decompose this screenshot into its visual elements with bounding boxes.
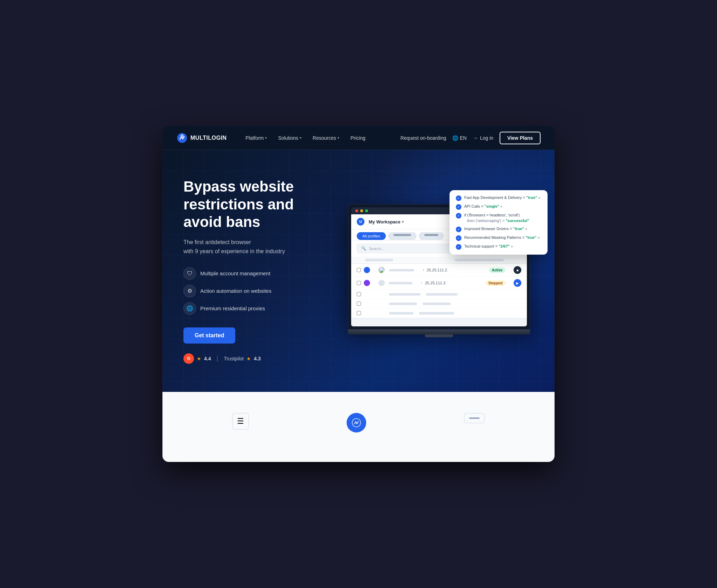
row-name-placeholder	[389, 282, 412, 284]
g2-rating: G ★ 4.4	[183, 353, 211, 364]
search-icon: 🔍	[361, 246, 366, 251]
proxy-icon: 🌐	[183, 302, 196, 315]
row-placeholder	[389, 303, 417, 305]
hero-content: Bypass website restrictions and avoid ba…	[162, 150, 555, 392]
ip-address-1: 25.25.111.2	[427, 268, 458, 272]
col-header-2	[455, 259, 483, 261]
popup-row-6: ✓ Technical support = "24/7" »	[456, 244, 541, 250]
laptop-base	[348, 330, 530, 334]
row-name-placeholder	[389, 269, 414, 271]
action-button-1[interactable]: ■	[514, 266, 521, 274]
avatar-img	[378, 267, 385, 273]
popup-row-5: ✓ Recommended Masking Patterns = "true" …	[456, 235, 541, 241]
row-placeholder	[389, 293, 420, 296]
get-started-button[interactable]: Get started	[183, 327, 235, 344]
chevron-down-icon: ▾	[300, 136, 301, 140]
row-placeholder	[389, 312, 413, 314]
feature-list: 🛡 Multiple account management ⚙ Action a…	[183, 267, 330, 315]
avatar	[364, 280, 370, 286]
g2-score: 4.4	[204, 356, 211, 361]
g2-badge: G	[183, 353, 194, 364]
nav-platform[interactable]: Platform ▾	[241, 132, 272, 144]
nav-solutions[interactable]: Solutions ▾	[273, 132, 306, 144]
logo[interactable]: MULTILOGIN	[176, 132, 227, 144]
language-selector[interactable]: 🌐 EN	[452, 135, 466, 141]
status-badge-stopped: Stopped	[486, 281, 505, 286]
table-row: ↑ 25.25.111.2 Active ■	[351, 264, 527, 277]
navbar: MULTILOGIN Platform ▾ Solutions ▾ Resour…	[162, 126, 555, 150]
trustpilot-score: 4.3	[254, 356, 260, 361]
popup-row-4: ✓ Improved Browser Drivers = "true" »	[456, 226, 541, 232]
row-checkbox[interactable]	[357, 268, 361, 272]
tab-placeholder-1[interactable]	[388, 232, 417, 240]
check-icon: ✓	[456, 227, 461, 232]
popup-row-1: ✓ Fast App Development & Delivery = "tru…	[456, 195, 541, 201]
table-row	[351, 299, 527, 309]
avatar	[364, 267, 370, 273]
table-header	[351, 257, 527, 264]
status-badge-active: Active	[489, 268, 505, 273]
nav-pricing[interactable]: Pricing	[346, 132, 370, 144]
rating-divider: |	[216, 355, 218, 362]
hero-right: M My Workspace ▾ All profiles	[344, 197, 534, 344]
hero-title: Bypass website restrictions and avoid ba…	[183, 178, 330, 231]
login-icon: →	[473, 135, 478, 141]
feature-item-1: 🛡 Multiple account management	[183, 267, 330, 280]
row-placeholder	[419, 312, 454, 314]
bottom-icon-box-1: ☰	[232, 413, 249, 430]
row-checkbox[interactable]	[357, 292, 361, 296]
tab-all-profiles[interactable]: All profiles	[357, 232, 386, 240]
table-row	[351, 290, 527, 299]
hero-section: Bypass website restrictions and avoid ba…	[162, 150, 555, 392]
nav-right: Request on-boarding 🌐 EN → Log in View P…	[401, 132, 541, 144]
table-row: ↑ 25.25.111.3 Stopped ▶	[351, 277, 527, 290]
bottom-icon-box-2	[464, 413, 485, 423]
hero-subtitle: The first antidetect browserwith 9 years…	[183, 238, 330, 256]
feature-item-2: ⚙ Action automation on websites	[183, 285, 330, 297]
trustpilot-rating: Trustpilot ★ 4.3	[224, 356, 261, 361]
bottom-section: ☰	[162, 392, 555, 462]
check-icon: ✓	[456, 213, 461, 219]
check-icon: ✓	[456, 235, 461, 241]
workspace-label: My Workspace ▾	[369, 219, 404, 224]
row-checkbox[interactable]	[357, 311, 361, 315]
laptop-stand	[425, 334, 453, 337]
app-logo-small: M	[357, 218, 364, 226]
view-plans-button[interactable]: View Plans	[500, 132, 541, 144]
login-link[interactable]: → Log in	[473, 135, 493, 141]
row-placeholder	[426, 293, 458, 296]
automation-icon: ⚙	[183, 285, 196, 297]
hero-left: Bypass website restrictions and avoid ba…	[183, 178, 330, 364]
logo-text: MULTILOGIN	[190, 135, 227, 141]
close-dot	[355, 209, 358, 212]
check-icon: ✓	[456, 195, 461, 201]
check-icon: ✓	[456, 244, 461, 250]
trustpilot-stars: ★	[246, 356, 251, 361]
nav-links: Platform ▾ Solutions ▾ Resources ▾ Prici…	[241, 132, 400, 144]
globe-icon: 🌐	[452, 135, 458, 141]
request-onboarding-link[interactable]: Request on-boarding	[401, 135, 446, 141]
maximize-dot	[365, 209, 368, 212]
row-placeholder	[423, 303, 451, 305]
action-button-2[interactable]: ▶	[514, 279, 521, 287]
check-icon: ✓	[456, 204, 461, 210]
ip-address-2: 25.25.111.3	[425, 281, 457, 285]
nav-resources[interactable]: Resources ▾	[308, 132, 344, 144]
chevron-down-icon: ▾	[265, 136, 267, 140]
table-row	[351, 309, 527, 318]
shield-icon: 🛡	[183, 267, 196, 280]
search-placeholder: Search...	[369, 247, 384, 251]
bottom-icon-circle	[347, 413, 366, 433]
popup-row-3: ✓ if ('Browsers = headless', 'scroll') t…	[456, 213, 541, 223]
feature-popup-card: ✓ Fast App Development & Delivery = "tru…	[450, 190, 548, 255]
minimize-dot	[360, 209, 363, 212]
bottom-item-2	[347, 413, 366, 433]
row-checkbox[interactable]	[357, 281, 361, 285]
bottom-item-1: ☰	[232, 413, 249, 430]
col-header-3	[483, 259, 504, 261]
row-checkbox[interactable]	[357, 302, 361, 306]
tab-placeholder-2[interactable]	[419, 232, 444, 240]
trustpilot-label: Trustpilot	[224, 356, 244, 361]
feature-item-3: 🌐 Premium residential proxies	[183, 302, 330, 315]
avatar-placeholder	[378, 280, 385, 286]
